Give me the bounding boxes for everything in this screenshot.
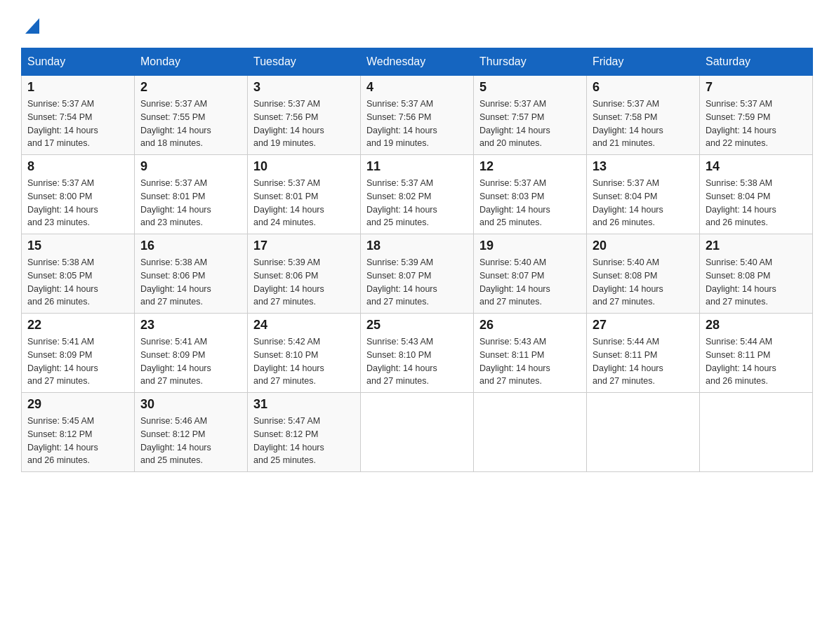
day-info: Sunrise: 5:37 AMSunset: 8:03 PMDaylight:… bbox=[479, 177, 581, 229]
day-info: Sunrise: 5:43 AMSunset: 8:11 PMDaylight:… bbox=[479, 335, 581, 388]
day-number: 18 bbox=[366, 239, 468, 253]
calendar-cell: 23Sunrise: 5:41 AMSunset: 8:09 PMDayligh… bbox=[135, 314, 248, 393]
calendar-week-4: 22Sunrise: 5:41 AMSunset: 8:09 PMDayligh… bbox=[22, 314, 813, 393]
day-info: Sunrise: 5:37 AMSunset: 7:56 PMDaylight:… bbox=[366, 98, 468, 150]
calendar-cell: 26Sunrise: 5:43 AMSunset: 8:11 PMDayligh… bbox=[474, 314, 587, 393]
day-info: Sunrise: 5:41 AMSunset: 8:09 PMDaylight:… bbox=[140, 335, 241, 388]
day-info: Sunrise: 5:40 AMSunset: 8:08 PMDaylight:… bbox=[706, 256, 807, 309]
calendar-cell: 29Sunrise: 5:45 AMSunset: 8:12 PMDayligh… bbox=[22, 393, 135, 472]
calendar-cell: 27Sunrise: 5:44 AMSunset: 8:11 PMDayligh… bbox=[587, 314, 700, 393]
day-info: Sunrise: 5:37 AMSunset: 7:54 PMDaylight:… bbox=[27, 98, 128, 150]
calendar-week-5: 29Sunrise: 5:45 AMSunset: 8:12 PMDayligh… bbox=[22, 393, 813, 472]
calendar-cell: 5Sunrise: 5:37 AMSunset: 7:57 PMDaylight… bbox=[474, 76, 587, 155]
calendar-cell: 20Sunrise: 5:40 AMSunset: 8:08 PMDayligh… bbox=[587, 234, 700, 314]
calendar-cell: 13Sunrise: 5:37 AMSunset: 8:04 PMDayligh… bbox=[587, 155, 700, 234]
day-info: Sunrise: 5:37 AMSunset: 7:56 PMDaylight:… bbox=[253, 98, 355, 150]
calendar-cell: 1Sunrise: 5:37 AMSunset: 7:54 PMDaylight… bbox=[22, 76, 135, 155]
calendar-cell: 31Sunrise: 5:47 AMSunset: 8:12 PMDayligh… bbox=[248, 393, 361, 472]
day-number: 25 bbox=[366, 318, 468, 333]
calendar-cell: 30Sunrise: 5:46 AMSunset: 8:12 PMDayligh… bbox=[135, 393, 248, 472]
day-number: 3 bbox=[253, 80, 355, 95]
day-info: Sunrise: 5:42 AMSunset: 8:10 PMDaylight:… bbox=[253, 335, 355, 388]
calendar-cell: 22Sunrise: 5:41 AMSunset: 8:09 PMDayligh… bbox=[22, 314, 135, 393]
day-number: 10 bbox=[253, 159, 355, 174]
day-number: 8 bbox=[27, 159, 128, 174]
day-number: 21 bbox=[706, 239, 807, 253]
calendar-cell: 9Sunrise: 5:37 AMSunset: 8:01 PMDaylight… bbox=[135, 155, 248, 234]
day-info: Sunrise: 5:45 AMSunset: 8:12 PMDaylight:… bbox=[27, 415, 128, 467]
logo bbox=[21, 14, 44, 36]
day-number: 9 bbox=[140, 159, 241, 174]
day-number: 16 bbox=[140, 239, 241, 253]
calendar-cell: 28Sunrise: 5:44 AMSunset: 8:11 PMDayligh… bbox=[700, 314, 813, 393]
day-number: 5 bbox=[479, 80, 581, 95]
calendar-cell: 21Sunrise: 5:40 AMSunset: 8:08 PMDayligh… bbox=[700, 234, 813, 314]
day-info: Sunrise: 5:37 AMSunset: 7:58 PMDaylight:… bbox=[593, 98, 694, 150]
day-number: 28 bbox=[706, 318, 807, 333]
day-number: 14 bbox=[706, 159, 807, 174]
day-info: Sunrise: 5:38 AMSunset: 8:05 PMDaylight:… bbox=[27, 256, 128, 309]
calendar-cell: 16Sunrise: 5:38 AMSunset: 8:06 PMDayligh… bbox=[135, 234, 248, 314]
day-number: 2 bbox=[140, 80, 241, 95]
calendar-cell: 17Sunrise: 5:39 AMSunset: 8:06 PMDayligh… bbox=[248, 234, 361, 314]
calendar-cell bbox=[700, 393, 813, 472]
day-number: 4 bbox=[366, 80, 468, 95]
day-info: Sunrise: 5:44 AMSunset: 8:11 PMDaylight:… bbox=[706, 335, 807, 388]
day-number: 19 bbox=[479, 239, 581, 253]
calendar-cell: 8Sunrise: 5:37 AMSunset: 8:00 PMDaylight… bbox=[22, 155, 135, 234]
day-info: Sunrise: 5:37 AMSunset: 7:55 PMDaylight:… bbox=[140, 98, 241, 150]
page-header bbox=[21, 14, 813, 36]
calendar-cell bbox=[587, 393, 700, 472]
day-info: Sunrise: 5:37 AMSunset: 8:01 PMDaylight:… bbox=[253, 177, 355, 229]
day-number: 17 bbox=[253, 239, 355, 253]
calendar-cell: 19Sunrise: 5:40 AMSunset: 8:07 PMDayligh… bbox=[474, 234, 587, 314]
calendar-cell: 3Sunrise: 5:37 AMSunset: 7:56 PMDaylight… bbox=[248, 76, 361, 155]
calendar-cell: 12Sunrise: 5:37 AMSunset: 8:03 PMDayligh… bbox=[474, 155, 587, 234]
day-info: Sunrise: 5:43 AMSunset: 8:10 PMDaylight:… bbox=[366, 335, 468, 388]
calendar-cell bbox=[474, 393, 587, 472]
day-number: 13 bbox=[593, 159, 694, 174]
day-number: 11 bbox=[366, 159, 468, 174]
header-saturday: Saturday bbox=[700, 48, 813, 76]
calendar-cell: 14Sunrise: 5:38 AMSunset: 8:04 PMDayligh… bbox=[700, 155, 813, 234]
calendar-table: SundayMondayTuesdayWednesdayThursdayFrid… bbox=[21, 48, 813, 472]
day-info: Sunrise: 5:39 AMSunset: 8:06 PMDaylight:… bbox=[253, 256, 355, 309]
day-info: Sunrise: 5:44 AMSunset: 8:11 PMDaylight:… bbox=[593, 335, 694, 388]
day-info: Sunrise: 5:37 AMSunset: 8:04 PMDaylight:… bbox=[593, 177, 694, 229]
calendar-cell: 2Sunrise: 5:37 AMSunset: 7:55 PMDaylight… bbox=[135, 76, 248, 155]
day-number: 30 bbox=[140, 397, 241, 412]
calendar-cell: 25Sunrise: 5:43 AMSunset: 8:10 PMDayligh… bbox=[361, 314, 474, 393]
day-number: 31 bbox=[253, 397, 355, 412]
header-thursday: Thursday bbox=[474, 48, 587, 76]
header-wednesday: Wednesday bbox=[361, 48, 474, 76]
day-number: 7 bbox=[706, 80, 807, 95]
header-friday: Friday bbox=[587, 48, 700, 76]
calendar-cell: 11Sunrise: 5:37 AMSunset: 8:02 PMDayligh… bbox=[361, 155, 474, 234]
header-monday: Monday bbox=[135, 48, 248, 76]
day-number: 24 bbox=[253, 318, 355, 333]
day-number: 1 bbox=[27, 80, 128, 95]
day-number: 6 bbox=[593, 80, 694, 95]
calendar-cell: 10Sunrise: 5:37 AMSunset: 8:01 PMDayligh… bbox=[248, 155, 361, 234]
calendar-week-1: 1Sunrise: 5:37 AMSunset: 7:54 PMDaylight… bbox=[22, 76, 813, 155]
day-info: Sunrise: 5:37 AMSunset: 7:57 PMDaylight:… bbox=[479, 98, 581, 150]
calendar-week-2: 8Sunrise: 5:37 AMSunset: 8:00 PMDaylight… bbox=[22, 155, 813, 234]
day-info: Sunrise: 5:37 AMSunset: 7:59 PMDaylight:… bbox=[706, 98, 807, 150]
day-info: Sunrise: 5:39 AMSunset: 8:07 PMDaylight:… bbox=[366, 256, 468, 309]
svg-marker-0 bbox=[25, 18, 39, 34]
day-info: Sunrise: 5:46 AMSunset: 8:12 PMDaylight:… bbox=[140, 415, 241, 467]
calendar-cell bbox=[361, 393, 474, 472]
day-info: Sunrise: 5:40 AMSunset: 8:08 PMDaylight:… bbox=[593, 256, 694, 309]
day-info: Sunrise: 5:38 AMSunset: 8:06 PMDaylight:… bbox=[140, 256, 241, 309]
day-info: Sunrise: 5:37 AMSunset: 8:02 PMDaylight:… bbox=[366, 177, 468, 229]
day-number: 23 bbox=[140, 318, 241, 333]
day-info: Sunrise: 5:40 AMSunset: 8:07 PMDaylight:… bbox=[479, 256, 581, 309]
day-info: Sunrise: 5:38 AMSunset: 8:04 PMDaylight:… bbox=[706, 177, 807, 229]
day-number: 15 bbox=[27, 239, 128, 253]
header-tuesday: Tuesday bbox=[248, 48, 361, 76]
calendar-cell: 15Sunrise: 5:38 AMSunset: 8:05 PMDayligh… bbox=[22, 234, 135, 314]
day-number: 26 bbox=[479, 318, 581, 333]
day-number: 20 bbox=[593, 239, 694, 253]
calendar-week-3: 15Sunrise: 5:38 AMSunset: 8:05 PMDayligh… bbox=[22, 234, 813, 314]
calendar-cell: 7Sunrise: 5:37 AMSunset: 7:59 PMDaylight… bbox=[700, 76, 813, 155]
